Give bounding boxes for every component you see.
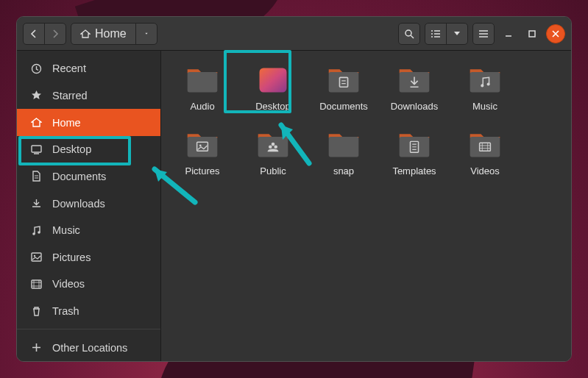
sidebar-item-other-locations[interactable]: Other Locations (17, 334, 160, 361)
menu-icon (478, 29, 489, 38)
sidebar-separator (17, 329, 160, 329)
svg-point-22 (274, 145, 277, 149)
svg-rect-17 (188, 137, 218, 157)
folder-label: Public (260, 165, 286, 176)
svg-rect-9 (188, 72, 218, 93)
music-icon (30, 225, 42, 236)
maximize-button[interactable] (523, 23, 542, 45)
folder-item-downloads[interactable]: Downloads (380, 61, 448, 123)
list-view-button[interactable] (425, 23, 447, 45)
svg-rect-24 (329, 137, 359, 157)
folder-item-music[interactable]: Music (451, 61, 519, 123)
svg-rect-27 (470, 137, 500, 157)
folder-item-templates[interactable]: Templates (380, 126, 448, 188)
hamburger-menu[interactable] (472, 23, 495, 45)
folder-icon (185, 64, 220, 96)
path-label: Home (95, 27, 127, 40)
sidebar-item-label: Documents (52, 171, 106, 182)
folder-label: Templates (392, 165, 436, 176)
videos-icon (30, 279, 42, 290)
sidebar-item-home[interactable]: Home (17, 109, 160, 136)
folder-icon (255, 64, 291, 96)
icon-view[interactable]: AudioDesktopDocumentsDownloadsMusicPictu… (161, 51, 571, 361)
close-icon (552, 30, 559, 38)
nav-buttons (23, 23, 66, 45)
desktop-icon (30, 144, 42, 155)
svg-point-19 (199, 145, 202, 147)
file-manager-window: Home (16, 16, 572, 362)
folder-item-snap[interactable]: snap (310, 126, 378, 188)
folder-item-public[interactable]: Public (239, 126, 307, 188)
search-button[interactable] (398, 23, 420, 45)
star-icon (30, 90, 42, 101)
folder-label: Videos (470, 165, 500, 176)
svg-rect-1 (529, 31, 535, 37)
folder-label: Documents (319, 101, 368, 112)
svg-point-15 (481, 84, 483, 87)
folder-icon (467, 64, 503, 96)
folder-item-desktop[interactable]: Desktop (239, 61, 307, 123)
folder-label: Desktop (255, 101, 291, 112)
folder-item-pictures[interactable]: Pictures (169, 126, 236, 188)
home-icon (80, 29, 91, 39)
svg-point-0 (405, 30, 411, 36)
sidebar-item-label: Videos (52, 278, 85, 290)
downloads-icon (30, 198, 42, 209)
sidebar-item-label: Desktop (52, 143, 91, 155)
sidebar-item-starred[interactable]: Starred (17, 82, 160, 110)
list-icon (431, 29, 441, 38)
forward-button[interactable] (44, 23, 66, 45)
folder-icon (397, 129, 432, 161)
folder-item-audio[interactable]: Audio (169, 61, 236, 123)
path-dropdown[interactable] (135, 23, 157, 45)
svg-point-16 (487, 83, 490, 86)
folder-label: Audio (190, 101, 214, 112)
sidebar-item-desktop[interactable]: Desktop (17, 136, 160, 163)
plus-icon (30, 342, 42, 353)
sidebar-item-label: Home (52, 117, 81, 129)
trash-icon (30, 306, 42, 317)
svg-rect-3 (32, 146, 41, 152)
sidebar-item-videos[interactable]: Videos (17, 271, 160, 298)
folder-icon (326, 64, 361, 96)
folder-label: snap (333, 165, 354, 176)
sidebar-item-label: Trash (52, 305, 79, 317)
svg-rect-20 (258, 137, 288, 157)
back-button[interactable] (23, 23, 45, 45)
pictures-icon (30, 252, 42, 263)
folder-icon (255, 129, 291, 161)
recent-icon (30, 63, 42, 74)
sidebar-item-music[interactable]: Music (17, 217, 160, 244)
svg-point-21 (269, 145, 272, 149)
sidebar: Recent Starred Home Desktop Documents Do… (17, 51, 161, 361)
folder-label: Downloads (391, 101, 438, 112)
sidebar-item-documents[interactable]: Documents (17, 163, 160, 190)
folder-icon (185, 129, 220, 161)
sidebar-item-label: Downloads (52, 198, 105, 210)
sidebar-item-pictures[interactable]: Pictures (17, 243, 160, 271)
folder-label: Music (472, 101, 497, 112)
svg-point-7 (33, 255, 35, 257)
path-home[interactable]: Home (71, 23, 136, 45)
view-dropdown[interactable] (446, 23, 468, 45)
folder-icon (467, 129, 503, 161)
search-icon (404, 29, 414, 39)
folder-icon (326, 129, 361, 161)
folder-item-documents[interactable]: Documents (310, 61, 378, 123)
svg-rect-8 (32, 280, 41, 288)
sidebar-item-label: Starred (52, 90, 88, 101)
sidebar-item-label: Pictures (52, 252, 91, 263)
sidebar-item-label: Other Locations (52, 342, 127, 354)
sidebar-item-downloads[interactable]: Downloads (17, 190, 160, 217)
folder-icon (397, 64, 432, 96)
home-icon (30, 117, 42, 128)
sidebar-item-trash[interactable]: Trash (17, 298, 160, 325)
minimize-button[interactable] (499, 23, 518, 45)
folder-item-videos[interactable]: Videos (451, 126, 519, 188)
sidebar-item-recent[interactable]: Recent (17, 55, 160, 82)
documents-icon (30, 171, 42, 182)
view-controls (425, 23, 468, 45)
pathbar: Home (71, 23, 157, 45)
svg-rect-10 (260, 68, 287, 92)
close-button[interactable] (546, 24, 565, 43)
